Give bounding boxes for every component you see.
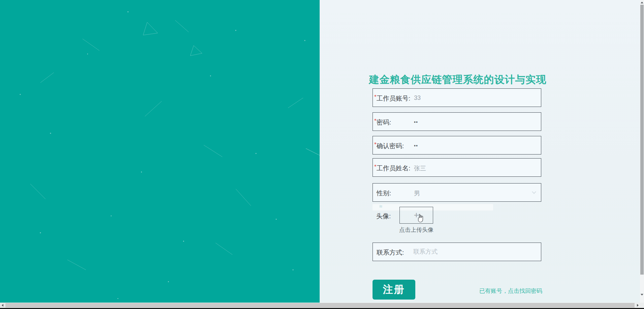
required-marker: *: [374, 94, 377, 101]
name-label: 工作员姓名:: [377, 164, 410, 173]
required-marker: *: [374, 118, 377, 124]
contact-field[interactable]: 联系方式:: [373, 243, 541, 261]
upload-hint-text: 点击上传头像: [383, 226, 450, 234]
avatar-upload-button[interactable]: +: [399, 207, 433, 224]
chevron-down-icon: [532, 190, 536, 194]
name-value: 张三: [414, 164, 426, 172]
required-marker: *: [374, 164, 377, 170]
scroll-down-icon: [641, 294, 643, 296]
scroll-right-icon: [637, 304, 639, 307]
page-title: 建金粮食供应链管理系统的设计与实现: [367, 73, 549, 87]
confirm-password-field[interactable]: * 确认密码: ••: [373, 136, 541, 154]
password-label: 密码:: [377, 118, 391, 127]
avatar-label: 头像:: [376, 212, 391, 221]
plus-icon: +: [400, 210, 433, 220]
scroll-left-button[interactable]: [0, 303, 5, 308]
confirm-password-value: ••: [414, 143, 418, 148]
required-marker: *: [374, 141, 377, 148]
login-recover-link[interactable]: 已有账号，点击找回密码: [373, 287, 542, 295]
account-field[interactable]: * 工作员账号: 33: [373, 88, 541, 107]
gender-select[interactable]: 性别: 男: [373, 183, 541, 202]
contact-label: 联系方式:: [377, 248, 404, 257]
vertical-scrollbar-thumb[interactable]: [640, 5, 644, 275]
account-value: 33: [414, 94, 421, 102]
scroll-down-button[interactable]: [640, 292, 644, 297]
upload-file-ghost-icon: ≋: [379, 204, 383, 209]
account-label: 工作员账号:: [377, 94, 410, 103]
register-panel: 建金粮食供应链管理系统的设计与实现 * 工作员账号: 33 * 密码: •• *…: [320, 0, 640, 303]
scroll-up-icon: [641, 2, 643, 3]
scroll-up-button[interactable]: [640, 0, 644, 5]
scroll-right-button[interactable]: [635, 303, 640, 308]
decorative-particles-panel: [0, 0, 320, 303]
name-field[interactable]: * 工作员姓名: 张三: [373, 158, 541, 177]
cursor-pointer-icon: [417, 214, 425, 223]
gender-label: 性别:: [377, 189, 391, 198]
scroll-left-icon: [2, 304, 3, 307]
confirm-password-label: 确认密码:: [377, 142, 404, 150]
contact-input[interactable]: [413, 243, 535, 260]
password-value: ••: [414, 119, 418, 125]
gender-value: 男: [414, 189, 420, 197]
horizontal-scrollbar-thumb[interactable]: [5, 303, 635, 308]
horizontal-scrollbar[interactable]: [0, 303, 644, 308]
particles-graphic: [0, 0, 320, 303]
password-field[interactable]: * 密码: ••: [373, 112, 541, 131]
